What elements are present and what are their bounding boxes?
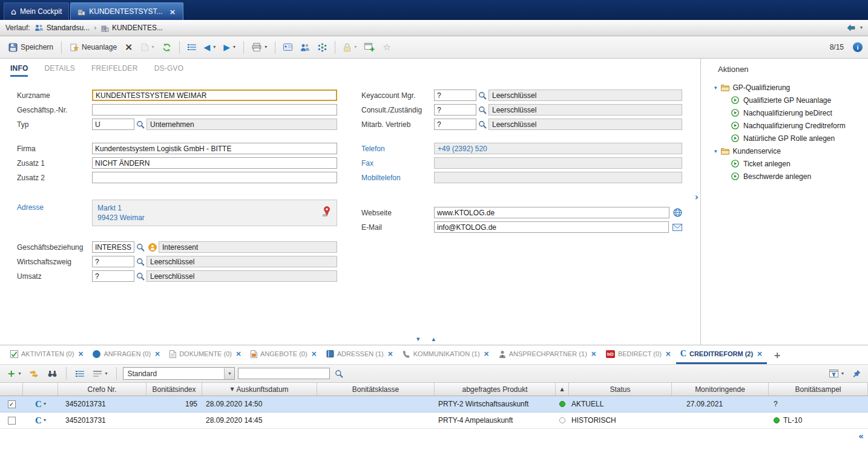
- list-view-button[interactable]: [185, 42, 199, 53]
- wirtschaftszweig-code-input[interactable]: [92, 256, 134, 267]
- fax-link-label[interactable]: Fax: [361, 159, 434, 168]
- mobiltelefon-link-label[interactable]: Mobiltelefon: [361, 174, 434, 182]
- delete-button[interactable]: ×: [122, 41, 136, 54]
- column-header-bonitaetsindex[interactable]: Bonitätsindex: [146, 383, 202, 396]
- add-tab-button[interactable]: +: [768, 345, 787, 364]
- tab-dokumente[interactable]: DOKUMENTE (0) ×: [165, 345, 246, 364]
- close-icon[interactable]: ×: [591, 350, 597, 358]
- save-button[interactable]: Speichern: [5, 41, 56, 54]
- action-nachqualifizierung-bedirect[interactable]: Nachqualifizierung beDirect: [701, 106, 868, 119]
- close-icon[interactable]: ×: [154, 350, 160, 358]
- telefon-field[interactable]: +49 (2392) 520: [434, 143, 682, 154]
- lookup-magnifier-icon[interactable]: [136, 272, 145, 281]
- umsatz-code-input[interactable]: [92, 270, 134, 282]
- lookup-magnifier-icon[interactable]: [136, 243, 145, 252]
- zusatz2-input[interactable]: [92, 172, 337, 183]
- tab-ds-gvo[interactable]: DS-GVO: [154, 64, 184, 77]
- email-icon[interactable]: [672, 224, 682, 231]
- refresh-button[interactable]: [159, 41, 174, 54]
- zusatz1-input[interactable]: [92, 157, 337, 169]
- breadcrumb-item-kundentestsystem[interactable]: KUNDENTES...: [101, 24, 163, 32]
- lookup-magnifier-icon[interactable]: [478, 106, 487, 114]
- breadcrumb-item-standardsuche[interactable]: Standardsu...: [35, 24, 90, 32]
- column-header-crefo-nr[interactable]: Crefo Nr.: [58, 383, 146, 396]
- caret-down-icon[interactable]: ▾: [233, 45, 235, 50]
- tree-expand-icon[interactable]: ▾: [714, 85, 717, 91]
- new-view-button[interactable]: [361, 41, 378, 54]
- tab-details[interactable]: DETAILS: [44, 64, 75, 77]
- info-icon[interactable]: i: [853, 42, 863, 52]
- grid-filter-button[interactable]: ▾: [826, 368, 847, 379]
- tab-aktivitaeten[interactable]: AKTIVITÄTEN (0) ×: [6, 345, 88, 364]
- tab-bedirect[interactable]: bD BEDIRECT (0) ×: [602, 345, 676, 364]
- next-record-button[interactable]: ▶ ▾: [220, 41, 238, 53]
- contact-card-button[interactable]: [280, 42, 295, 53]
- adresse-link-label[interactable]: Adresse: [17, 200, 92, 212]
- row-checkbox[interactable]: ✓: [8, 400, 16, 408]
- history-dropdown-caret-icon[interactable]: ▾: [860, 25, 863, 30]
- lookup-magnifier-icon[interactable]: [478, 91, 487, 100]
- caret-down-icon[interactable]: ▾: [265, 45, 267, 50]
- column-header-bonitaetsklasse[interactable]: Bonitätsklasse: [317, 383, 435, 396]
- keyaccount-code-input[interactable]: [434, 90, 476, 101]
- participants-button[interactable]: [297, 42, 313, 53]
- new-record-button[interactable]: Neuanlage: [67, 41, 120, 54]
- tab-mein-cockpit[interactable]: ⌂ Mein Cockpit: [4, 2, 69, 20]
- firma-input[interactable]: [92, 143, 337, 154]
- close-icon[interactable]: ×: [484, 350, 490, 358]
- telefon-link-label[interactable]: Telefon: [361, 145, 434, 153]
- action-ticket-anlegen[interactable]: Ticket anlegen: [701, 157, 868, 170]
- grid-pin-button[interactable]: [850, 368, 864, 379]
- permissions-button[interactable]: ▾: [340, 41, 360, 54]
- previous-record-button[interactable]: ◀ ▾: [201, 41, 219, 53]
- grid-collapse-chevron[interactable]: «: [858, 431, 864, 441]
- action-natuerliche-gp-rolle-anlegen[interactable]: Natürliche GP Rolle anlegen: [701, 132, 868, 145]
- caret-down-icon[interactable]: ▾: [18, 371, 21, 376]
- column-header-monitoringende[interactable]: Monitoringende: [672, 383, 769, 396]
- typ-code-input[interactable]: [92, 119, 134, 130]
- tree-expand-icon[interactable]: ▾: [714, 148, 717, 154]
- action-beschwerde-anlegen[interactable]: Beschwerde anlegen: [701, 170, 868, 183]
- column-header-auskunftsdatum[interactable]: ▼ Auskunftsdatum: [202, 383, 317, 396]
- row-checkbox[interactable]: [8, 417, 16, 425]
- tab-creditreform[interactable]: C CREDITREFORM (2) ×: [676, 345, 767, 364]
- caret-down-icon[interactable]: ▾: [44, 402, 46, 406]
- column-header-status-icon[interactable]: ▲: [556, 383, 569, 396]
- tab-anfragen[interactable]: ANFRAGEN (0) ×: [88, 345, 165, 364]
- search-magnifier-icon[interactable]: [335, 370, 343, 378]
- kurzname-input[interactable]: [92, 90, 337, 101]
- favorites-button[interactable]: ☆: [380, 41, 393, 54]
- close-icon[interactable]: ×: [235, 350, 242, 358]
- column-header-status[interactable]: Status: [569, 383, 672, 396]
- grid-search-button[interactable]: [45, 368, 60, 379]
- combo-caret-button[interactable]: ▾: [224, 368, 234, 379]
- email-input[interactable]: [434, 221, 669, 233]
- tab-kommunikation[interactable]: KOMMUNIKATION (1) ×: [398, 345, 494, 364]
- caret-down-icon[interactable]: ▾: [213, 45, 215, 50]
- close-icon[interactable]: ×: [169, 8, 176, 16]
- caret-down-icon[interactable]: ▾: [841, 371, 844, 376]
- history-back-button[interactable]: [846, 24, 856, 31]
- close-icon[interactable]: ×: [757, 350, 763, 358]
- map-pin-icon[interactable]: [322, 206, 332, 220]
- adresse-field[interactable]: Markt 1 99423 Weimar: [92, 200, 337, 226]
- sidebar-toggle-chevron[interactable]: ›: [695, 193, 699, 202]
- collapse-down-icon[interactable]: ▾: [416, 335, 420, 343]
- action-group-kundenservice[interactable]: ▾ Kundenservice: [701, 145, 868, 157]
- grid-assign-button[interactable]: [27, 368, 42, 379]
- action-qualifizierte-gp-neuanlage[interactable]: Qualifizierte GP Neuanlage: [701, 94, 868, 106]
- table-row[interactable]: C ▾ 3452013731 28.09.2020 14:45 PRTY-4 A…: [0, 412, 868, 429]
- grid-add-button[interactable]: + ▾: [4, 367, 24, 380]
- column-header-bonitaetsampel[interactable]: Bonitätsampel: [769, 383, 868, 396]
- geschaeftspartner-nr-input[interactable]: [92, 104, 337, 116]
- adresse-line1[interactable]: Markt 1: [97, 203, 332, 213]
- mitarb-vertrieb-code-input[interactable]: [434, 119, 476, 130]
- lookup-magnifier-icon[interactable]: [136, 120, 145, 129]
- close-icon[interactable]: ×: [77, 350, 84, 358]
- close-icon[interactable]: ×: [665, 350, 671, 358]
- tab-info[interactable]: INFO: [10, 64, 28, 77]
- relations-button[interactable]: [315, 41, 330, 54]
- close-icon[interactable]: ×: [311, 350, 317, 358]
- print-button[interactable]: ▾: [249, 41, 270, 53]
- tab-adressen[interactable]: ADRESSEN (1) ×: [322, 345, 398, 364]
